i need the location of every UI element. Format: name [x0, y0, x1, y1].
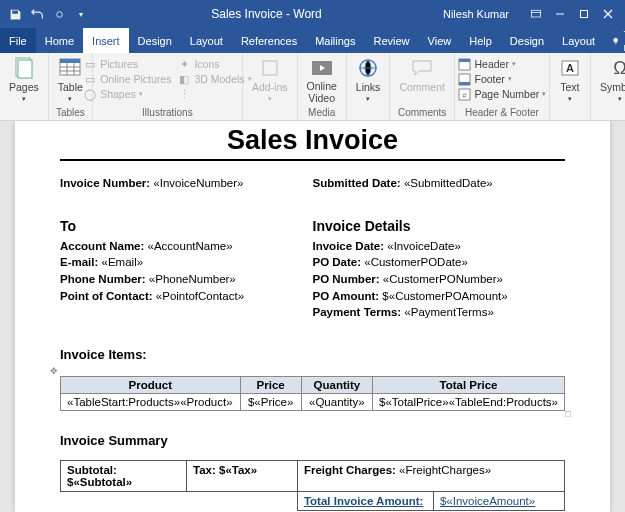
shapes-icon: ◯: [83, 87, 97, 101]
smartart-icon: ⋮: [177, 87, 191, 101]
tab-mailings[interactable]: Mailings: [306, 28, 364, 53]
chevron-down-icon: ▾: [568, 95, 572, 103]
tab-insert[interactable]: Insert: [83, 28, 129, 53]
cell-price: $«Price»: [240, 394, 301, 411]
table-resize-handle[interactable]: □: [60, 409, 571, 419]
chevron-down-icon: ▾: [618, 95, 622, 103]
tab-home[interactable]: Home: [36, 28, 83, 53]
chevron-down-icon: ▾: [22, 95, 26, 103]
comment-button[interactable]: Comment: [396, 55, 448, 95]
pages-icon: [13, 57, 35, 79]
addins-button[interactable]: Add-ins ▾: [249, 55, 291, 105]
summary-table[interactable]: Subtotal: $«Subtotal» Tax: $«Tax» Freigh…: [60, 460, 565, 511]
user-name[interactable]: Nilesh Kumar: [443, 8, 509, 20]
titlebar: ▾ Sales Invoice - Word Nilesh Kumar: [0, 0, 625, 28]
group-links-label: [353, 107, 384, 120]
tab-help[interactable]: Help: [460, 28, 501, 53]
svg-rect-7: [60, 59, 80, 63]
picture-icon: ▭: [83, 57, 97, 71]
header-button[interactable]: Header ▾: [458, 57, 547, 71]
svg-rect-14: [459, 82, 470, 85]
tab-view[interactable]: View: [419, 28, 461, 53]
table-row: «TableStart:Products»«Product» $«Price» …: [61, 394, 565, 411]
cube-icon: ◧: [177, 72, 191, 86]
symbols-button[interactable]: Ω Symbols ▾: [597, 55, 625, 105]
svg-rect-2: [581, 11, 588, 18]
group-symbols: Ω Symbols ▾: [591, 53, 625, 120]
redo-icon[interactable]: [50, 5, 68, 23]
online-video-button[interactable]: OnlineVideo: [304, 55, 340, 106]
group-comments: Comment Comments: [390, 53, 455, 120]
page-number-button[interactable]: #Page Number ▾: [458, 87, 547, 101]
details-row: To Account Name: «AccountName» E-mail: «…: [60, 218, 565, 321]
group-text: A Text ▾: [550, 53, 591, 120]
group-links: Links ▾: [347, 53, 391, 120]
text-button[interactable]: A Text ▾: [556, 55, 584, 105]
icons-button[interactable]: ✦Icons: [177, 57, 251, 71]
3d-models-button[interactable]: ◧3D Models ▾: [177, 72, 251, 86]
tab-table-layout[interactable]: Layout: [553, 28, 604, 53]
tab-file[interactable]: File: [0, 28, 36, 53]
svg-point-0: [56, 11, 62, 17]
comment-label: Comment: [399, 81, 445, 93]
group-text-label: [556, 107, 584, 120]
customize-qat-icon[interactable]: ▾: [72, 5, 90, 23]
footer-button[interactable]: Footer ▾: [458, 72, 547, 86]
svg-rect-8: [263, 61, 277, 75]
group-comments-label: Comments: [396, 107, 448, 120]
group-addins: Add-ins ▾: [243, 53, 298, 120]
omega-icon: Ω: [609, 57, 625, 79]
table-move-handle[interactable]: ✥: [50, 366, 565, 376]
details-heading: Invoice Details: [313, 218, 566, 234]
smartart-button[interactable]: ⋮: [177, 87, 251, 101]
tab-review[interactable]: Review: [365, 28, 419, 53]
col-product: Product: [61, 377, 241, 394]
svg-rect-1: [532, 10, 541, 17]
top-row: Invoice Number: «InvoiceNumber» Submitte…: [60, 175, 565, 192]
tab-layout[interactable]: Layout: [181, 28, 232, 53]
group-illustrations-label: Illustrations: [99, 107, 236, 120]
tab-table-design[interactable]: Design: [501, 28, 553, 53]
group-addins-label: [249, 107, 291, 120]
total-value: $«InvoiceAmount»: [440, 495, 535, 507]
undo-icon[interactable]: [28, 5, 46, 23]
shapes-button[interactable]: ◯Shapes ▾: [83, 87, 171, 101]
pictures-button[interactable]: ▭Pictures: [83, 57, 171, 71]
col-total: Total Price: [372, 377, 564, 394]
details-block: Invoice Details Invoice Date: «InvoiceDa…: [313, 218, 566, 321]
group-headerfooter-label: Header & Footer: [461, 107, 543, 120]
svg-rect-5: [18, 60, 32, 78]
tell-me-search[interactable]: Tell me: [604, 28, 625, 53]
close-icon[interactable]: [597, 4, 619, 24]
tab-references[interactable]: References: [232, 28, 306, 53]
table-button[interactable]: Table ▾: [55, 55, 86, 105]
maximize-icon[interactable]: [573, 4, 595, 24]
chevron-down-icon: ▾: [268, 95, 272, 103]
items-table[interactable]: Product Price Quantity Total Price «Tabl…: [60, 376, 565, 411]
ribbon: Pages ▾ Pages Table ▾ Tables ▭Pictures ▭…: [0, 53, 625, 121]
chevron-down-icon: ▾: [68, 95, 72, 103]
summary-heading: Invoice Summary: [60, 433, 565, 448]
submitted-date: Submitted Date: «SubmittedDate»: [313, 175, 566, 192]
to-block: To Account Name: «AccountName» E-mail: «…: [60, 218, 313, 321]
title-rule: [60, 159, 565, 161]
pages-button[interactable]: Pages ▾: [6, 55, 42, 105]
cell-product: «TableStart:Products»«Product»: [61, 394, 241, 411]
group-symbols-label: [597, 107, 625, 120]
page-number-icon: #: [458, 87, 472, 101]
ribbon-tabs: File Home Insert Design Layout Reference…: [0, 28, 625, 53]
online-video-label: OnlineVideo: [307, 81, 337, 104]
footer-icon: [458, 72, 472, 86]
links-button[interactable]: Links ▾: [353, 55, 384, 105]
tab-design[interactable]: Design: [129, 28, 181, 53]
text-label: Text: [560, 81, 579, 93]
lightbulb-icon: [612, 35, 619, 47]
summary-row-2: Total Invoice Amount: $«InvoiceAmount»: [61, 492, 565, 511]
save-icon[interactable]: [6, 5, 24, 23]
document-area[interactable]: Sales Invoice Invoice Number: «InvoiceNu…: [0, 121, 625, 512]
svg-text:A: A: [566, 62, 574, 74]
ribbon-options-icon[interactable]: [525, 4, 547, 24]
col-qty: Quantity: [301, 377, 372, 394]
minimize-icon[interactable]: [549, 4, 571, 24]
online-pictures-button[interactable]: ▭Online Pictures: [83, 72, 171, 86]
